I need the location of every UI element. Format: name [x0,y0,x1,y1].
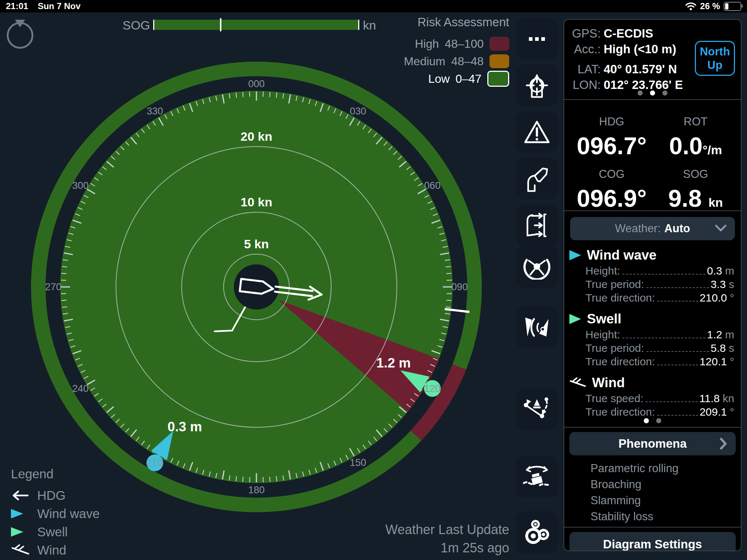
phenomena-item: Broaching [591,477,741,493]
route-waypoints-icon [523,396,551,423]
svg-text:030: 030 [350,106,366,117]
battery-percent: 26 % [700,1,720,11]
risk-legend-title: Risk Assessment [379,15,509,29]
diagram-legend: Legend HDG Wind wave Swell Wind [11,467,100,559]
more-button[interactable] [516,18,558,60]
nav-data-card: HDG 096.7° ROT 0.0°/m COG 096.9° SOG 9.8… [564,100,741,211]
wind-barb-icon [11,544,34,556]
weather-routing-button[interactable] [516,306,558,349]
phenomena-button[interactable]: Phenomena [569,432,736,455]
risk-row-medium: Medium48–48 [379,52,509,70]
lat-label: LAT: [567,61,601,77]
gps-card: GPS: C-ECDIS Acc.: High (<10 m) LAT: 40°… [564,20,741,100]
wind-section-title: Wind [569,375,741,390]
wind-wave-period-row: True period: 3.3s [585,279,734,291]
sog-slider[interactable] [153,20,359,30]
phenomena-card: Phenomena Parametric rolling Broaching S… [564,432,741,528]
svg-text:150: 150 [350,457,366,468]
legend-swell: Swell [11,523,100,541]
risk-swatch-low [487,71,509,87]
acc-label: Acc.: [567,41,601,57]
gps-page-dots[interactable] [564,90,741,96]
vessel-target-icon [525,71,549,99]
legend-hdg: HDG [11,486,100,505]
svg-text:210: 210 [147,457,163,468]
helm-button[interactable] [516,245,558,288]
ellipsis-icon [525,27,549,50]
date: Sun 7 Nov [38,1,80,11]
svg-text:10 kn: 10 kn [241,195,272,209]
sog-track-start [153,20,154,30]
wifi-icon [685,2,696,11]
swell-section-title: Swell [569,311,741,327]
svg-text:270: 270 [45,281,61,292]
risk-row-low: Low0–47 [379,70,509,88]
warning-icon [523,120,551,144]
route-button[interactable] [516,388,558,431]
vessel-target-button[interactable] [516,64,558,106]
sog-slider-handle[interactable] [220,18,221,31]
swell-period-row: True period: 5.8s [585,342,734,354]
cog-readout: COG 096.9° [572,168,652,212]
phenomena-item: Slamming [591,493,741,509]
svg-text:240: 240 [72,383,89,394]
hdg-arrow-icon [11,490,34,501]
ship-motion-button[interactable] [516,456,558,498]
diagram-settings-button[interactable]: Diagram Settings [569,532,736,551]
alerts-button[interactable] [516,111,558,153]
roll-motion-icon [522,464,551,490]
legend-wind-wave: Wind wave [11,505,100,523]
weather-card: Weather: Auto Wind wave Height: 0.3m Tru… [564,217,741,428]
legend-wind: Wind [11,541,100,559]
ship-turn-icon [524,165,550,192]
svg-text:000: 000 [248,78,264,89]
svg-text:5 kn: 5 kn [244,237,269,251]
risk-row-high: High48–100 [379,35,509,52]
gps-value: C-ECDIS [604,26,741,41]
clock: 21:01 [6,1,28,11]
svg-text:060: 060 [424,180,441,191]
chevron-right-icon [720,438,727,450]
svg-text:300: 300 [72,180,89,191]
wind-wave-icon [11,509,23,518]
weather-routing-icon [523,315,551,339]
maneuver-button[interactable] [516,158,558,200]
wind-wave-height-row: Height: 0.3m [585,265,734,277]
docking-button[interactable] [516,204,558,246]
legend-title: Legend [11,467,100,481]
risk-swatch-medium [489,54,509,68]
settings-button[interactable] [516,511,558,553]
svg-text:180: 180 [248,485,264,495]
phenomena-item: Parametric rolling [591,460,741,477]
swell-icon [11,527,23,537]
sog-track-end [358,20,359,30]
weather-page-dots[interactable] [564,418,741,423]
weather-source-dropdown[interactable]: Weather: Auto [570,217,735,240]
svg-text:20 kn: 20 kn [241,129,272,143]
svg-text:330: 330 [147,106,163,117]
weather-last-update: Weather Last Update 1m 25s ago [365,521,509,557]
compass-reset-control[interactable] [6,15,36,50]
svg-text:090: 090 [451,281,468,292]
wind-wave-direction-row: True direction: 210.0° [585,292,734,304]
docking-icon [524,212,550,238]
sog-slider-unit: kn [363,18,376,32]
sog-slider-label: SOG [123,18,150,32]
phenomena-list: Parametric rolling Broaching Slamming St… [591,460,741,525]
sog-readout: SOG 9.8 kn [655,168,736,212]
swell-icon [569,314,581,324]
wind-barb-icon [569,377,586,388]
gears-icon [523,518,551,546]
battery-icon [724,2,741,11]
wind-wave-section-title: Wind wave [569,248,741,263]
svg-text:0.3 m: 0.3 m [167,419,202,434]
status-bar: 21:01 Sun 7 Nov 26 % [0,0,747,12]
gps-label: GPS: [567,26,601,41]
svg-text:1.2 m: 1.2 m [376,355,411,370]
hdg-readout: HDG 096.7° [572,115,652,160]
risk-swatch-high [489,37,509,51]
swell-direction-row: True direction: 120.1° [585,356,734,368]
settings-row: Diagram Settings [564,532,741,551]
rot-readout: ROT 0.0°/m [655,115,736,160]
north-up-button[interactable]: North Up [695,41,735,76]
